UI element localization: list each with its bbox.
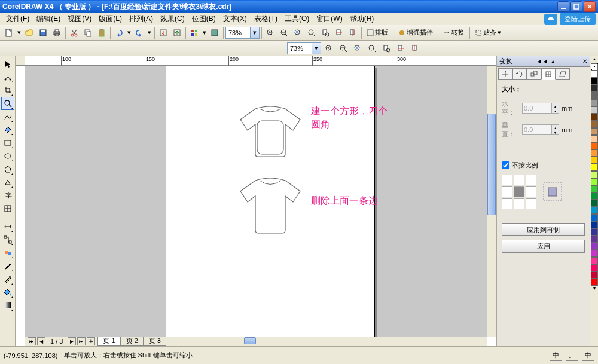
scale-tab-icon[interactable]	[527, 68, 541, 80]
zoom-input[interactable]	[226, 29, 250, 36]
menu-layout[interactable]: 版面(L)	[95, 13, 126, 25]
ime-indicator-3[interactable]: 中	[582, 350, 594, 361]
ellipse-tool-icon[interactable]	[1, 149, 14, 163]
crop-tool-icon[interactable]	[1, 84, 14, 97]
zoom2-combo[interactable]: ▾	[287, 42, 321, 54]
cut-icon[interactable]	[68, 26, 81, 39]
position-tab-icon[interactable]	[498, 68, 512, 80]
color-swatch[interactable]	[591, 128, 598, 135]
export-icon[interactable]	[170, 26, 184, 39]
basic-shapes-icon[interactable]	[1, 176, 14, 189]
menu-edit[interactable]: 编辑(E)	[33, 13, 64, 25]
zoom-width-icon[interactable]	[332, 26, 346, 39]
interactive-fill-icon[interactable]	[1, 299, 14, 312]
p-zoom-all-icon[interactable]	[365, 42, 379, 55]
first-page-button[interactable]: ⏮	[28, 337, 36, 345]
color-swatch[interactable]	[591, 164, 598, 171]
redo-icon[interactable]	[133, 26, 146, 39]
color-swatch[interactable]	[591, 221, 598, 228]
minimize-button[interactable]	[557, 1, 569, 12]
welcome-icon[interactable]	[208, 26, 221, 39]
scrollbar-horizontal[interactable]: ⏮ ◀ 1 / 3 ▶ ⏭ ✚ 页 1 页 2 页 3	[25, 337, 487, 346]
apply-duplicate-button[interactable]: 应用到再制	[502, 223, 585, 236]
menu-table[interactable]: 表格(T)	[251, 13, 281, 25]
menu-file[interactable]: 文件(F)	[2, 13, 33, 25]
print-icon[interactable]	[50, 26, 63, 39]
copy-icon[interactable]	[81, 26, 94, 39]
cloud-icon[interactable]	[544, 14, 557, 25]
zoom-in-icon[interactable]	[264, 26, 277, 39]
color-swatch[interactable]	[591, 114, 598, 121]
menu-bitmap[interactable]: 位图(B)	[188, 13, 219, 25]
close-button[interactable]	[584, 1, 596, 12]
menu-help[interactable]: 帮助(H)	[346, 13, 378, 25]
color-swatch[interactable]	[591, 92, 598, 99]
color-swatch[interactable]	[591, 228, 598, 235]
last-page-button[interactable]: ⏭	[77, 337, 86, 345]
paste-icon[interactable]	[95, 26, 108, 39]
color-swatch[interactable]	[591, 71, 598, 78]
color-swatch[interactable]	[591, 99, 598, 106]
color-swatch[interactable]	[591, 178, 598, 185]
color-swatch[interactable]	[591, 135, 598, 142]
scrollbar-vertical[interactable]	[487, 66, 496, 337]
height-spinner[interactable]: ▴▾	[522, 124, 559, 135]
menu-window[interactable]: 窗口(W)	[313, 13, 346, 25]
color-swatch[interactable]	[591, 264, 598, 271]
menu-effects[interactable]: 效果(C)	[157, 13, 188, 25]
color-swatch[interactable]	[591, 200, 598, 207]
color-swatch[interactable]	[591, 214, 598, 221]
freehand-tool-icon[interactable]	[1, 110, 14, 123]
color-swatch[interactable]	[591, 250, 598, 257]
docker-close-icon[interactable]: ✕	[582, 58, 587, 65]
color-swatch[interactable]	[591, 207, 598, 214]
color-swatch[interactable]	[591, 185, 598, 192]
rectangle-tool-icon[interactable]	[1, 136, 14, 149]
page-tab-3[interactable]: 页 3	[144, 337, 166, 346]
p-zoom-page-icon[interactable]	[380, 42, 393, 55]
import-icon[interactable]	[157, 26, 170, 39]
page-tab-2[interactable]: 页 2	[121, 337, 144, 346]
color-swatch[interactable]	[591, 142, 598, 149]
pick-tool-icon[interactable]	[1, 57, 14, 71]
palette-up-button[interactable]: ▴	[590, 56, 598, 63]
fill-tool-icon[interactable]	[1, 286, 14, 299]
zoom-combo[interactable]: ▾	[225, 27, 260, 39]
apply-button[interactable]: 应用	[502, 240, 585, 253]
zoom-height-icon[interactable]	[346, 26, 359, 39]
layout-button[interactable]: 排版	[364, 26, 391, 39]
convert-button[interactable]: 转换	[440, 26, 468, 39]
p-zoom-w-icon[interactable]	[394, 42, 407, 55]
ruler-origin[interactable]	[16, 56, 25, 66]
menu-text[interactable]: 文本(X)	[219, 13, 251, 25]
maximize-button[interactable]	[570, 1, 582, 12]
color-swatch[interactable]	[591, 257, 598, 264]
no-color-swatch[interactable]	[591, 63, 598, 71]
color-swatch[interactable]	[591, 78, 598, 85]
undo-icon[interactable]	[112, 26, 126, 39]
anchor-grid[interactable]	[502, 175, 536, 209]
canvas[interactable]: 建一个方形，四个圆角 删除上面一条边	[25, 66, 496, 337]
skew-tab-icon[interactable]	[556, 68, 570, 80]
color-swatch[interactable]	[591, 271, 598, 279]
p-zoom-out-icon[interactable]	[337, 42, 350, 55]
app-launcher-icon[interactable]	[188, 26, 201, 39]
connector-tool-icon[interactable]	[1, 233, 14, 246]
color-swatch[interactable]	[591, 235, 598, 243]
color-swatch[interactable]	[591, 121, 598, 128]
tshirt-shape-2[interactable]	[234, 173, 306, 239]
shape-tool-icon[interactable]	[1, 71, 14, 84]
width-spinner[interactable]: ▴▾	[522, 103, 559, 114]
ruler-vertical[interactable]	[16, 66, 25, 337]
text-tool-icon[interactable]: 字	[1, 189, 14, 202]
polygon-tool-icon[interactable]	[1, 163, 14, 176]
color-swatch[interactable]	[591, 243, 598, 250]
save-icon[interactable]	[36, 26, 50, 39]
palette-down-button[interactable]: ▾	[590, 286, 598, 293]
zoom-out-icon[interactable]	[277, 26, 291, 39]
ime-indicator-2[interactable]: 。	[566, 350, 578, 361]
cloud-upload-button[interactable]: 登陆上传	[560, 13, 596, 25]
menu-tools[interactable]: 工具(O)	[281, 13, 313, 25]
p-zoom-h-icon[interactable]	[408, 42, 422, 55]
page-tab-1[interactable]: 页 1	[97, 337, 120, 346]
